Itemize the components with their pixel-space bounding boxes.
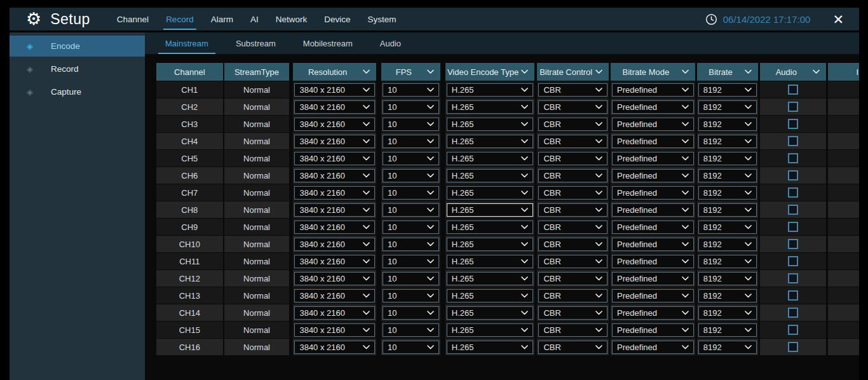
fps-select[interactable]: 10	[383, 118, 439, 131]
audio-checkbox[interactable]	[788, 187, 798, 198]
video-encode-type-select[interactable]: H.265	[447, 289, 534, 302]
resolution-select[interactable]: 3840 x 2160	[294, 221, 375, 234]
audio-checkbox[interactable]	[788, 102, 798, 112]
audio-checkbox[interactable]	[788, 222, 798, 232]
column-header-bitrate_mode[interactable]: Bitrate Mode	[611, 63, 695, 81]
bitrate-control-select[interactable]: CBR	[538, 238, 607, 251]
bitrate-mode-select[interactable]: Predefined	[612, 83, 694, 97]
bitrate-mode-select[interactable]: Predefined	[612, 152, 694, 165]
close-icon[interactable]: ✕	[832, 13, 844, 26]
video-encode-type-select[interactable]: H.265	[447, 169, 534, 182]
resolution-select[interactable]: 3840 x 2160	[294, 289, 375, 302]
audio-checkbox[interactable]	[788, 239, 798, 249]
bitrate-control-select[interactable]: CBR	[538, 272, 607, 285]
audio-checkbox[interactable]	[788, 205, 798, 215]
bitrate-select[interactable]: 8192	[698, 186, 757, 200]
bitrate-select[interactable]: 8192	[698, 289, 757, 302]
resolution-select[interactable]: 3840 x 2160	[294, 135, 375, 148]
fps-select[interactable]: 10	[383, 289, 439, 302]
resolution-select[interactable]: 3840 x 2160	[294, 238, 375, 251]
video-encode-type-select[interactable]: H.265	[447, 255, 534, 268]
bitrate-select[interactable]: 8192	[698, 100, 757, 114]
video-encode-type-select[interactable]: H.265	[447, 272, 534, 285]
bitrate-control-select[interactable]: CBR	[538, 306, 607, 320]
bitrate-mode-select[interactable]: Predefined	[612, 169, 694, 182]
tab-mobilestream[interactable]: Mobilestream	[301, 32, 355, 54]
audio-checkbox[interactable]	[788, 325, 798, 335]
tab-mainstream[interactable]: Mainstream	[163, 32, 210, 54]
bitrate-mode-select[interactable]: Predefined	[612, 100, 694, 114]
video-encode-type-select[interactable]: H.265	[447, 152, 534, 165]
audio-checkbox[interactable]	[788, 136, 798, 146]
fps-select[interactable]: 10	[383, 186, 439, 200]
audio-checkbox[interactable]	[788, 256, 798, 266]
top-nav-item-system[interactable]: System	[367, 8, 396, 31]
video-encode-type-select[interactable]: H.265	[447, 341, 534, 354]
bitrate-control-select[interactable]: CBR	[538, 255, 607, 268]
bitrate-select[interactable]: 8192	[698, 118, 757, 131]
top-nav-item-ai[interactable]: AI	[250, 8, 259, 31]
resolution-select[interactable]: 3840 x 2160	[294, 323, 375, 337]
resolution-select[interactable]: 3840 x 2160	[294, 186, 375, 200]
bitrate-mode-select[interactable]: Predefined	[612, 341, 694, 354]
fps-select[interactable]: 10	[383, 272, 439, 285]
video-encode-type-select[interactable]: H.265	[447, 135, 534, 148]
video-encode-type-select[interactable]: H.265	[447, 221, 534, 234]
fps-select[interactable]: 10	[383, 341, 439, 354]
bitrate-select[interactable]: 8192	[698, 238, 757, 251]
top-nav-item-alarm[interactable]: Alarm	[211, 8, 233, 31]
bitrate-mode-select[interactable]: Predefined	[612, 255, 694, 268]
top-nav-item-device[interactable]: Device	[324, 8, 350, 31]
column-header-audio[interactable]: Audio	[760, 63, 826, 81]
video-encode-type-select[interactable]: H.265	[447, 100, 534, 114]
tab-audio[interactable]: Audio	[378, 32, 403, 54]
video-encode-type-select[interactable]: H.265	[447, 186, 534, 200]
top-nav-item-record[interactable]: Record	[166, 8, 194, 31]
bitrate-mode-select[interactable]: Predefined	[612, 306, 694, 320]
audio-checkbox[interactable]	[788, 308, 798, 318]
bitrate-control-select[interactable]: CBR	[538, 203, 607, 217]
column-header-fps[interactable]: FPS	[381, 63, 440, 81]
column-header-resolution[interactable]: Resolution	[293, 63, 376, 81]
bitrate-control-select[interactable]: CBR	[538, 221, 607, 234]
audio-checkbox[interactable]	[788, 170, 798, 180]
bitrate-control-select[interactable]: CBR	[538, 83, 607, 97]
top-nav-item-channel[interactable]: Channel	[117, 8, 149, 31]
sidebar-item-encode[interactable]: ◈Encode	[10, 36, 145, 57]
video-encode-type-select[interactable]: H.265	[447, 323, 534, 337]
bitrate-select[interactable]: 8192	[698, 152, 757, 165]
bitrate-select[interactable]: 8192	[698, 341, 757, 354]
bitrate-select[interactable]: 8192	[698, 255, 757, 268]
bitrate-select[interactable]: 8192	[698, 169, 757, 182]
bitrate-control-select[interactable]: CBR	[538, 152, 607, 165]
fps-select[interactable]: 10	[383, 238, 439, 251]
bitrate-select[interactable]: 8192	[698, 272, 757, 285]
resolution-select[interactable]: 3840 x 2160	[294, 118, 375, 131]
fps-select[interactable]: 10	[383, 135, 439, 148]
fps-select[interactable]: 10	[383, 100, 439, 114]
column-header-bitrate[interactable]: Bitrate	[697, 63, 759, 81]
bitrate-mode-select[interactable]: Predefined	[612, 203, 694, 217]
resolution-select[interactable]: 3840 x 2160	[294, 83, 375, 97]
resolution-select[interactable]: 3840 x 2160	[294, 306, 375, 320]
column-header-video_encode_type[interactable]: Video Encode Type	[445, 63, 535, 81]
bitrate-control-select[interactable]: CBR	[538, 186, 607, 200]
bitrate-mode-select[interactable]: Predefined	[612, 272, 694, 285]
audio-checkbox[interactable]	[788, 273, 798, 283]
top-nav-item-network[interactable]: Network	[276, 8, 308, 31]
resolution-select[interactable]: 3840 x 2160	[294, 255, 375, 268]
bitrate-control-select[interactable]: CBR	[538, 118, 607, 131]
bitrate-select[interactable]: 8192	[698, 306, 757, 320]
video-encode-type-select[interactable]: H.265	[447, 238, 534, 251]
bitrate-select[interactable]: 8192	[698, 83, 757, 97]
fps-select[interactable]: 10	[383, 203, 439, 217]
sidebar-item-record[interactable]: ◈Record	[10, 58, 145, 79]
resolution-select[interactable]: 3840 x 2160	[294, 341, 375, 354]
audio-checkbox[interactable]	[788, 290, 798, 301]
resolution-select[interactable]: 3840 x 2160	[294, 152, 375, 165]
audio-checkbox[interactable]	[788, 342, 798, 352]
bitrate-select[interactable]: 8192	[698, 203, 757, 217]
fps-select[interactable]: 10	[383, 255, 439, 268]
bitrate-mode-select[interactable]: Predefined	[612, 238, 694, 251]
fps-select[interactable]: 10	[383, 83, 439, 97]
